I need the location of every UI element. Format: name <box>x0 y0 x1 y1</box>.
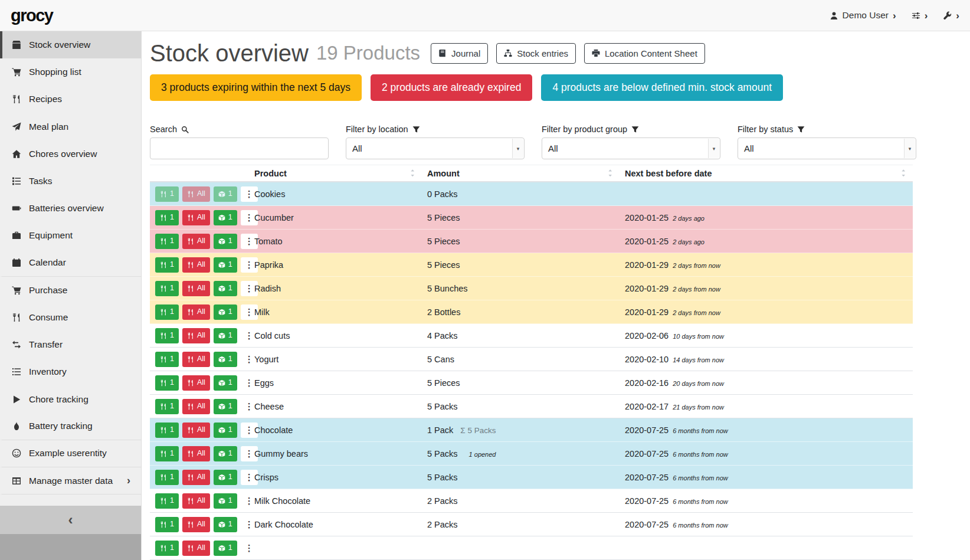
consume-all-button[interactable]: All <box>182 352 210 367</box>
open-one-button[interactable]: 1 <box>214 281 237 296</box>
consume-all-button[interactable]: All <box>182 399 210 414</box>
open-one-button[interactable]: 1 <box>214 470 237 485</box>
consume-one-button[interactable]: 1 <box>155 375 179 391</box>
consume-all-button[interactable]: All <box>182 493 210 509</box>
product-name-cell: Milk <box>254 307 427 317</box>
sidebar-item-recipes[interactable]: Recipes <box>0 86 141 113</box>
consume-one-button[interactable]: 1 <box>155 186 179 202</box>
consume-one-button[interactable]: 1 <box>155 423 179 438</box>
open-one-button[interactable]: 1 <box>214 375 237 391</box>
open-one-button[interactable]: 1 <box>214 186 237 202</box>
sidebar-item-example-userentity[interactable]: Example userentity <box>0 440 141 467</box>
sidebar-item-chores-overview[interactable]: Chores overview <box>0 140 141 168</box>
stock-entries-button[interactable]: Stock entries <box>496 43 576 64</box>
consume-one-button[interactable]: 1 <box>155 210 179 225</box>
banner-warning[interactable]: 3 products expiring within the next 5 da… <box>150 74 362 101</box>
consume-one-button[interactable]: 1 <box>155 234 179 249</box>
product-name: Crisps <box>254 473 278 482</box>
consume-one-button[interactable]: 1 <box>155 257 179 273</box>
sidebar-item-manage-master-data[interactable]: Manage master data › <box>0 467 141 494</box>
sidebar-item-purchase[interactable]: Purchase <box>0 277 141 304</box>
product-name-cell: Gummy bears <box>254 449 427 459</box>
consume-one-button[interactable]: 1 <box>155 493 179 509</box>
open-one-button[interactable]: 1 <box>214 328 237 343</box>
sidebar-item-battery-tracking[interactable]: Battery tracking <box>0 413 141 440</box>
consume-one-button[interactable]: 1 <box>155 328 179 343</box>
journal-button[interactable]: Journal <box>431 43 488 64</box>
journal-icon <box>438 49 447 57</box>
consume-one-button[interactable]: 1 <box>155 399 179 414</box>
open-one-button[interactable]: 1 <box>214 541 237 556</box>
best-before-date: 2020-07-25 <box>625 496 668 506</box>
consume-all-button[interactable]: All <box>182 446 210 461</box>
status-banner-text: 4 products are below defined min. stock … <box>552 81 772 93</box>
open-one-button[interactable]: 1 <box>214 399 237 414</box>
row-menu-button[interactable]: ⋮ <box>241 541 258 556</box>
column-header-next-best-before-date[interactable]: Next best before date <box>625 169 913 178</box>
filter-by-product-group-select[interactable]: All▾ <box>542 137 720 159</box>
app-logo[interactable]: grocy <box>11 6 53 25</box>
boxopen-icon <box>218 332 225 339</box>
open-one-button[interactable]: 1 <box>214 352 237 367</box>
amount-value: 4 Packs <box>427 331 458 340</box>
consume-one-button[interactable]: 1 <box>155 304 179 320</box>
consume-one-button[interactable]: 1 <box>155 352 179 367</box>
open-one-button[interactable]: 1 <box>214 234 237 249</box>
consume-one-button[interactable]: 1 <box>155 446 179 461</box>
consume-one-button[interactable]: 1 <box>155 517 179 532</box>
consume-all-button[interactable]: All <box>182 210 210 225</box>
consume-all-button[interactable]: All <box>182 186 210 202</box>
consume-all-button[interactable]: All <box>182 375 210 391</box>
location-content-sheet-button[interactable]: Location Content Sheet <box>584 43 705 64</box>
open-one-button[interactable]: 1 <box>214 517 237 532</box>
user-menu[interactable]: Demo User › <box>830 10 896 21</box>
sidebar-item-stock-overview[interactable]: Stock overview <box>0 31 141 58</box>
sidebar-item-consume[interactable]: Consume <box>0 304 141 331</box>
open-one-button[interactable]: 1 <box>214 210 237 225</box>
sort-icon[interactable] <box>899 169 908 178</box>
search-input[interactable] <box>150 137 329 159</box>
sidebar-item-calendar[interactable]: Calendar <box>0 250 141 277</box>
sidebar-item-batteries-overview[interactable]: Batteries overview <box>0 195 141 222</box>
amount-value: 5 Packs <box>427 402 458 411</box>
open-one-button[interactable]: 1 <box>214 257 237 273</box>
amount-value: 5 Pieces <box>427 378 460 388</box>
plane-icon <box>11 122 22 132</box>
sidebar-item-meal-plan[interactable]: Meal plan <box>0 113 141 140</box>
open-one-button[interactable]: 1 <box>214 493 237 509</box>
consume-all-button[interactable]: All <box>182 328 210 343</box>
filter-by-status-select[interactable]: All▾ <box>738 137 916 159</box>
sidebar-item-tasks[interactable]: Tasks <box>0 168 141 195</box>
sort-icon[interactable] <box>408 169 417 178</box>
consume-one-button[interactable]: 1 <box>155 541 179 556</box>
sidebar-item-inventory[interactable]: Inventory <box>0 358 141 385</box>
banner-danger[interactable]: 2 products are already expired <box>371 74 532 101</box>
sidebar-item-shopping-list[interactable]: Shopping list <box>0 58 141 86</box>
sidebar-item-transfer[interactable]: Transfer <box>0 331 141 358</box>
column-header-product[interactable]: Product <box>254 169 427 178</box>
product-name: Milk <box>254 307 270 317</box>
sidebar-item-chore-tracking[interactable]: Chore tracking <box>0 385 141 412</box>
sort-icon[interactable] <box>606 169 615 178</box>
consume-all-button[interactable]: All <box>182 470 210 485</box>
settings-menu[interactable]: › <box>912 11 928 21</box>
consume-all-button[interactable]: All <box>182 304 210 320</box>
consume-all-button[interactable]: All <box>182 234 210 249</box>
consume-all-button[interactable]: All <box>182 517 210 532</box>
consume-all-button[interactable]: All <box>182 423 210 438</box>
admin-menu[interactable]: › <box>943 11 959 21</box>
consume-all-button[interactable]: All <box>182 257 210 273</box>
banner-info[interactable]: 4 products are below defined min. stock … <box>541 74 783 101</box>
consume-all-button[interactable]: All <box>182 281 210 296</box>
open-one-button[interactable]: 1 <box>214 423 237 438</box>
status-banner-text: 3 products expiring within the next 5 da… <box>161 81 350 93</box>
open-one-button[interactable]: 1 <box>214 304 237 320</box>
sidebar-collapse-button[interactable]: ‹ <box>0 506 141 534</box>
open-one-button[interactable]: 1 <box>214 446 237 461</box>
consume-all-button[interactable]: All <box>182 541 210 556</box>
filter-by-location-select[interactable]: All▾ <box>346 137 525 159</box>
sidebar-item-equipment[interactable]: Equipment <box>0 222 141 249</box>
column-header-amount[interactable]: Amount <box>427 169 625 178</box>
consume-one-button[interactable]: 1 <box>155 470 179 485</box>
consume-one-button[interactable]: 1 <box>155 281 179 296</box>
